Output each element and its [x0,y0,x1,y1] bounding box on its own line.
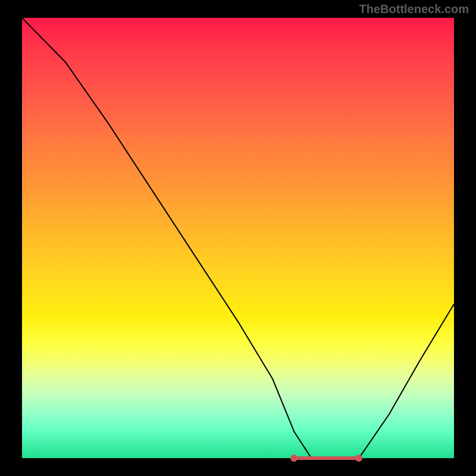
curve-line [22,18,454,458]
highlight-segment [294,456,359,460]
watermark: TheBottleneck.com [359,2,469,16]
highlight-start-marker [290,455,298,462]
highlight-end-marker [355,455,362,462]
chart-plot-area [22,18,454,458]
